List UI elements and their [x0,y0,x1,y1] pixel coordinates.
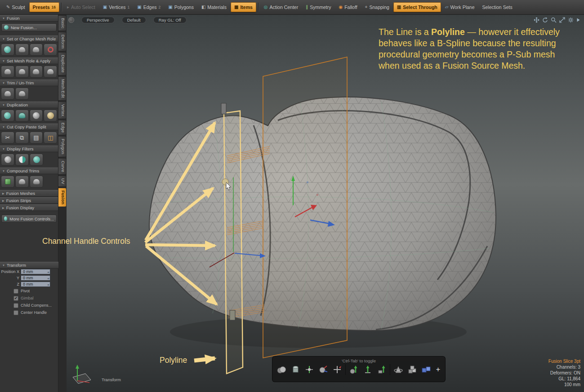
duplicate-gray-button[interactable] [30,110,43,122]
untrim-mesh-button[interactable] [15,88,29,100]
new-fusion-button[interactable]: New Fusion... [1,23,57,31]
split-button[interactable]: ◫ [44,132,57,144]
position-z-field[interactable]: 0 mm ◂▸ [21,282,50,287]
primary-sphere-button[interactable] [1,44,14,56]
toolbar-items[interactable]: ▦ Items [231,2,256,12]
viewport-canvas[interactable] [67,15,584,392]
tab-fusion[interactable]: Fusion [58,188,67,207]
trim-cylinder-alt-button[interactable] [30,44,43,56]
more-fusion-controls-button[interactable]: More Fusion Controls... [1,215,57,223]
pan-view-icon[interactable] [534,17,539,23]
pivot-checkbox[interactable] [13,289,18,294]
toolbar-edges[interactable]: ▣ Edges 2 [134,2,164,12]
center-handle-checkbox[interactable] [13,310,18,315]
toolbar-presets[interactable]: Presets 16 [29,2,59,12]
raygl-toggle[interactable]: Ray GL: Off [153,17,187,23]
spinner-icon[interactable]: ◂▸ [47,283,49,286]
apply-intersect-button[interactable] [44,66,57,78]
toolbar-select-through[interactable]: ▥ Select Through [393,2,441,12]
tab-deform[interactable]: Deform [58,32,67,51]
toolbar-snapping[interactable]: + Snapping [361,2,393,12]
apply-primary-button[interactable] [1,66,14,78]
tab-basic[interactable]: Basic [58,15,67,31]
tab-uv[interactable]: UV [58,176,67,187]
compound-add-button[interactable] [1,176,14,188]
tab-duplicate[interactable]: Duplicate [58,52,67,75]
remove-role-button[interactable] [44,44,57,56]
position-x-field[interactable]: 0 mm ◂▸ [21,269,50,274]
tab-polygon[interactable]: Polygon [58,136,67,157]
cone-ring-icon[interactable] [392,364,404,375]
toolbar-work-plane[interactable]: ▱ Work Plane [441,2,478,12]
compound-subtract-button[interactable] [15,176,29,188]
apply-trim-button[interactable] [15,66,29,78]
duplicate-source-button[interactable] [44,110,57,122]
axes-figure-icon[interactable] [303,364,315,375]
tab-curve[interactable]: Curve [58,158,67,175]
cut-button[interactable]: ✂ [1,132,14,144]
toolbar-falloff[interactable]: ◉ Falloff [335,2,361,12]
child-compens-checkbox[interactable] [13,303,18,308]
channel-handle-top[interactable] [221,103,226,114]
perspective-selector[interactable]: Perspective [81,17,115,23]
apply-union-button[interactable] [30,66,43,78]
tab-mesh-edit[interactable]: Mesh Edit [58,76,67,101]
maximize-viewport-icon[interactable] [559,17,565,23]
spinner-icon[interactable]: ◂▸ [47,277,49,280]
toolbar-symmetry[interactable]: ∥ Symmetry [302,2,334,12]
channel-handle-bottom[interactable] [230,310,235,320]
position-y-field[interactable]: 0 mm ◂▸ [21,275,50,281]
section-header-cut-copy[interactable]: ▼ Cut Copy Paste Split [0,123,58,130]
section-header-fusion-display[interactable]: ▶ Fusion Display [0,204,58,211]
section-header-compound-trims[interactable]: ▼ Compound Trims [0,167,58,174]
section-header-mesh-role[interactable]: ▼ Set or Change Mesh Role [0,35,58,42]
zoom-view-icon[interactable] [551,17,557,23]
rotate-view-icon[interactable] [542,17,548,23]
green-arrow-figure-icon[interactable] [348,364,360,375]
spinner-icon[interactable]: ◂▸ [47,270,49,273]
shading-selector[interactable]: Default [122,17,146,23]
gimbal-checkbox[interactable]: ✔ [13,296,18,301]
section-header-display-filters[interactable]: ▼ Display Filters [0,145,58,152]
section-header-trim[interactable]: ▼ Trim / Un-Trim [0,79,58,86]
section-header-transform[interactable]: ▼ Transform [0,262,58,269]
section-header-fusion[interactable]: ▼ Fusion [0,15,58,22]
3d-viewport[interactable]: Perspective Default Ray GL: Off The Line… [67,15,584,392]
filter-airtight-button[interactable] [30,154,43,166]
paste-button[interactable]: ▤ [30,132,43,144]
green-arrow-axes-icon[interactable] [362,364,374,375]
trim-cylinder-button[interactable] [15,44,29,56]
viewport-settings-gear-icon[interactable] [568,17,574,23]
section-header-duplication[interactable]: ▼ Duplication [0,101,58,108]
expand-panel-icon[interactable] [576,17,580,23]
compound-intersect-button[interactable] [30,176,43,188]
spheres-pair-icon[interactable] [276,364,287,375]
duplicate-instance-button[interactable] [15,110,29,122]
section-header-fusion-meshes[interactable]: ▶ Fusion Meshes [0,190,58,197]
green-arrow-item-icon[interactable] [376,364,388,375]
toolbar-sculpt[interactable]: ✎ Sculpt [3,2,29,12]
toolbar-materials[interactable]: ◧ Materials [198,2,230,12]
toolbar-polygons[interactable]: ▣ Polygons [165,2,197,12]
filter-half-button[interactable] [15,154,29,166]
cylinder-tool-icon[interactable] [290,364,301,375]
toolbar-action-center[interactable]: ◎ Action Center [260,2,302,12]
cube-stack-icon[interactable] [406,364,418,375]
viewport-menu-button[interactable] [68,17,74,23]
section-header-role-apply[interactable]: ▼ Set Mesh Role & Apply [0,57,58,64]
filter-solid-button[interactable] [1,154,14,166]
duplicate-sphere-button[interactable] [1,110,14,122]
fusion-slice-plane[interactable] [263,57,347,358]
tab-vertex[interactable]: Vertex [58,101,67,119]
tab-edge[interactable]: Edge [58,120,67,135]
blue-cubes-icon[interactable] [420,364,432,375]
copy-button[interactable]: ⧉ [15,132,29,144]
spheres-axes-icon[interactable] [317,364,329,375]
toolbar-selection-sets[interactable]: Selection Sets [479,2,516,12]
trim-mesh-button[interactable] [1,88,14,100]
add-tool-button[interactable]: + [434,366,442,374]
toolbar-auto-select[interactable]: ▸ Auto Select [63,2,99,12]
move-axes-icon[interactable] [331,364,343,375]
section-header-fusion-strips[interactable]: ▶ Fusion Strips [0,197,58,204]
toolbar-vertices[interactable]: ▣ Vertices 1 [99,2,134,12]
